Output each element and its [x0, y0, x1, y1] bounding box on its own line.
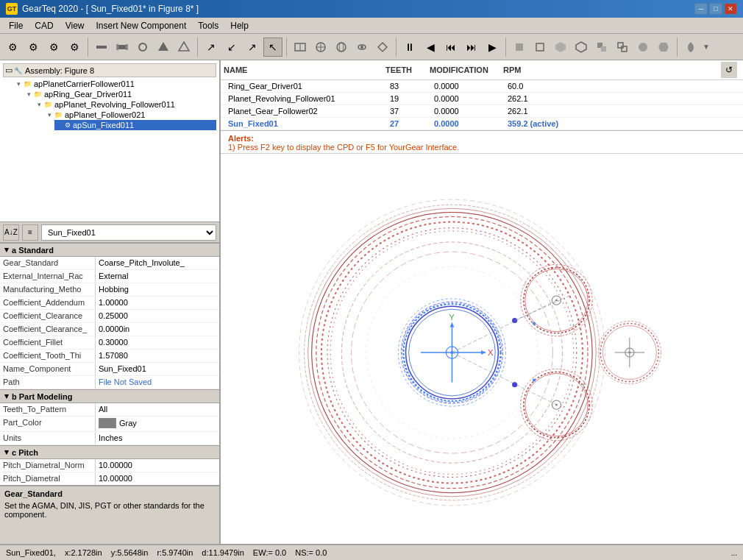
menu-file[interactable]: File	[3, 19, 29, 32]
prop-pitch-diametral[interactable]: Pitch_Diametral 10.00000	[0, 472, 219, 485]
section-standard-header[interactable]: ▾ a Standard	[0, 243, 219, 257]
tb-view2-btn[interactable]	[311, 38, 330, 57]
cell-teeth-3: 27	[390, 119, 434, 128]
tb-shaft3-btn[interactable]	[133, 38, 152, 57]
planet-follower-label: apPlanet_Follower021	[65, 110, 145, 119]
prop-val-ext-int: External	[96, 270, 219, 283]
status-component: Sun_Fixed01,	[6, 548, 56, 557]
cell-teeth-2: 37	[390, 107, 434, 116]
tb-gear1-btn[interactable]: ⚙	[3, 38, 22, 57]
tree-item-planet-rev[interactable]: ▾ 📁 apPlanet_Revolving_Follower011	[34, 99, 216, 110]
menu-tools[interactable]: Tools	[192, 19, 224, 32]
tree-item-sun-fixed[interactable]: ⚙ apSun_Fixed011	[54, 120, 216, 130]
tree-node-1: ▾ 📁 apPlanetCarrierFollower011 ▾ 📁 apRin…	[3, 79, 216, 130]
tree-view[interactable]: ▭ 🔧 Assembly: Figure 8 ▾ 📁 apPlanetCarri…	[0, 60, 219, 222]
tb-3d6-btn[interactable]	[613, 38, 632, 57]
tb-forward-btn[interactable]: ▶	[483, 38, 502, 57]
maximize-button[interactable]: □	[709, 3, 722, 15]
tb-step-fwd-btn[interactable]: ⏭	[462, 38, 481, 57]
svg-point-58	[555, 300, 558, 302]
tb-3d5-btn[interactable]	[592, 38, 611, 57]
tree-item-ring-gear[interactable]: ▾ 📁 apRing_Gear_Driver011	[24, 89, 216, 99]
tb-rewind-btn[interactable]: ◀	[421, 38, 440, 57]
tb-3d2-btn[interactable]	[530, 38, 550, 57]
svg-point-65	[533, 379, 536, 382]
tb-step-back-btn[interactable]: ⏮	[441, 38, 461, 57]
svg-point-64	[533, 322, 536, 325]
prop-val-coeff-add: 1.00000	[96, 297, 219, 309]
prop-name-coeff-add: Coefficient_Addendum	[0, 297, 96, 309]
tb-view3-btn[interactable]	[332, 38, 351, 57]
tree-header[interactable]: ▭ 🔧 Assembly: Figure 8	[3, 63, 216, 77]
prop-mfg-method[interactable]: Manufacturing_Metho Hobbing	[0, 283, 219, 297]
section-pitch-header[interactable]: ▾ c Pitch	[0, 445, 219, 459]
table-row[interactable]: Planet_Revolving_Follower01 19 0.0000 26…	[221, 93, 743, 105]
tb-pointer-btn[interactable]: ↖	[263, 38, 282, 57]
sort-cat-button[interactable]: ≡	[22, 224, 38, 241]
tb-3d8-btn[interactable]	[654, 38, 673, 57]
table-row[interactable]: Ring_Gear_Driver01 83 0.0000 60.0	[221, 80, 743, 93]
tb-shaft2-btn[interactable]	[113, 38, 132, 57]
svg-rect-0	[96, 46, 107, 49]
tb-3d1-btn[interactable]	[510, 38, 529, 57]
refresh-button[interactable]: ↺	[721, 62, 737, 78]
minimize-button[interactable]: ─	[694, 3, 708, 15]
tb-3d3-btn[interactable]	[551, 38, 570, 57]
prop-gear-standard[interactable]: Gear_Standard Coarse_Pitch_Involute_	[0, 257, 219, 270]
tb-3d7-btn[interactable]	[633, 38, 653, 57]
tb-sep5	[505, 38, 506, 57]
close-button[interactable]: ✕	[724, 3, 737, 15]
tb-view5-btn[interactable]	[373, 38, 392, 57]
prop-val-pitch-d: 10.00000	[96, 472, 219, 485]
table-row[interactable]: Planet_Gear_Follower02 37 0.0000 262.1	[221, 105, 743, 118]
prop-name-comp[interactable]: Name_Component Sun_Fixed01	[0, 363, 219, 376]
prop-path[interactable]: Path File Not Saved	[0, 376, 219, 389]
prop-coeff-tooth[interactable]: Coefficient_Tooth_Thi 1.57080	[0, 350, 219, 363]
tb-arrow1-btn[interactable]: ↗	[202, 38, 221, 57]
cad-viewport[interactable]: X Y	[221, 154, 743, 544]
tb-shaft4-btn[interactable]	[154, 38, 173, 57]
section-part-modeling-header[interactable]: ▾ b Part Modeling	[0, 389, 219, 403]
tb-view1-btn[interactable]	[291, 38, 310, 57]
tree-item-planet-carrier[interactable]: ▾ 📁 apPlanetCarrierFollower011	[13, 79, 216, 89]
tb-shaft1-btn[interactable]	[92, 38, 111, 57]
section-c-label: c Pitch	[12, 448, 38, 457]
prop-ext-int[interactable]: External_Internal_Rac External	[0, 270, 219, 283]
tb-gear2-btn[interactable]: ⚙	[24, 38, 43, 57]
sun-fixed-label: apSun_Fixed011	[73, 121, 134, 130]
svg-point-74	[628, 352, 630, 354]
tb-3d4-btn[interactable]	[572, 38, 591, 57]
tb-gear4-btn[interactable]: ⚙	[65, 38, 84, 57]
svg-point-60	[555, 404, 558, 406]
menu-help[interactable]: Help	[224, 19, 255, 32]
prop-units[interactable]: Units Inches	[0, 432, 219, 445]
table-row-active[interactable]: Sun_Fixed01 27 0.0000 359.2 (active)	[221, 118, 743, 130]
tb-expand-btn[interactable]: ▼	[702, 38, 711, 57]
component-dropdown[interactable]: Sun_Fixed01	[41, 224, 216, 241]
prop-coeff-clear2[interactable]: Coefficient_Clearance_ 0.0000in	[0, 323, 219, 336]
assembly-icon: 🔧	[14, 67, 22, 74]
cell-name-0: Ring_Gear_Driver01	[228, 82, 390, 91]
sort-az-button[interactable]: A↓Z	[3, 224, 19, 241]
tb-shaft5-btn[interactable]	[174, 38, 193, 57]
tree-item-planet-follower[interactable]: ▾ 📁 apPlanet_Follower021	[44, 110, 216, 120]
tb-pause-btn[interactable]: ⏸	[400, 38, 419, 57]
menu-cad[interactable]: CAD	[29, 19, 59, 32]
tree-node-2: ▾ 📁 apRing_Gear_Driver011 ▾ 📁 apPlanet_R…	[13, 89, 216, 130]
tb-arrow2-btn[interactable]: ↙	[222, 38, 241, 57]
tb-gear3-btn[interactable]: ⚙	[44, 38, 63, 57]
tree-node-5: ⚙ apSun_Fixed011	[44, 120, 216, 130]
tb-view4-btn[interactable]	[352, 38, 372, 57]
status-ns: NS:= 0.0	[295, 548, 327, 557]
prop-coeff-clear[interactable]: Coefficient_Clearance 0.25000	[0, 310, 219, 323]
tb-special-btn[interactable]	[681, 38, 700, 57]
menu-insert[interactable]: Insert New Component	[90, 19, 192, 32]
menu-view[interactable]: View	[60, 19, 90, 32]
prop-coeff-add[interactable]: Coefficient_Addendum 1.00000	[0, 297, 219, 310]
prop-teeth-pattern[interactable]: Teeth_To_Pattern All	[0, 403, 219, 417]
cell-name-2: Planet_Gear_Follower02	[228, 107, 390, 116]
prop-pitch-diametral-norm[interactable]: Pitch_Diametral_Norm 10.00000	[0, 459, 219, 472]
prop-coeff-fillet[interactable]: Coefficient_Fillet 0.30000	[0, 336, 219, 350]
tb-arrow3-btn[interactable]: ↗	[243, 38, 262, 57]
prop-part-color[interactable]: Part_Color Gray	[0, 417, 219, 432]
